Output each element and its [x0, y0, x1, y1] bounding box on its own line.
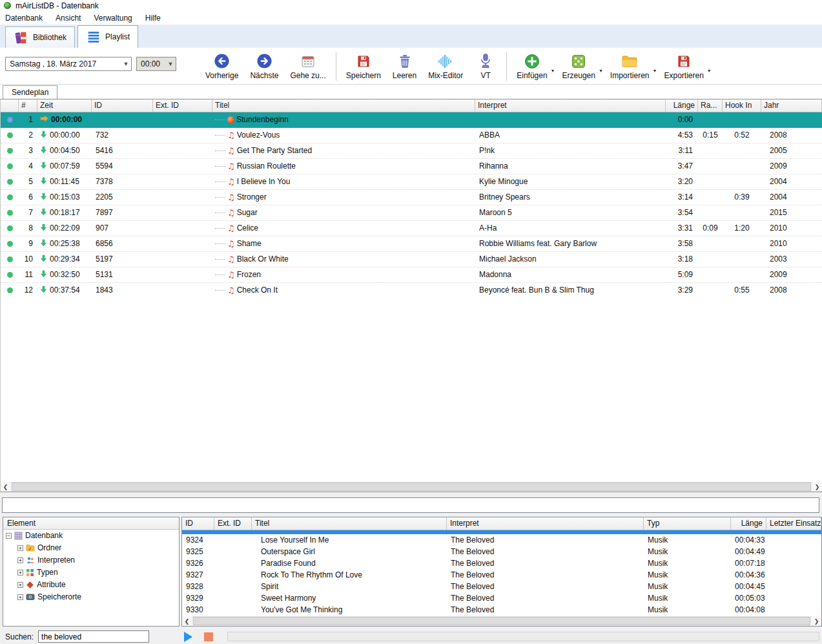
play-button[interactable]: [184, 632, 192, 642]
playlist-row[interactable]: 1000:29:345197♫Black Or WhiteMichael Jac…: [1, 252, 822, 267]
chevron-down-icon: ▼: [165, 61, 176, 67]
playlist-row[interactable]: 1100:32:505131♫FrozenMadonna5:092009: [1, 267, 822, 283]
library-row[interactable]: 9330You've Got Me ThinkingThe BelovedMus…: [182, 604, 821, 616]
scrollbar-thumb[interactable]: [193, 617, 810, 625]
expand-icon[interactable]: +: [17, 594, 23, 600]
library-header: IDExt. IDTitelInterpretTypLängeLetzter E…: [182, 517, 821, 530]
save-button[interactable]: Speichern: [340, 52, 387, 81]
library-row[interactable]: 9324Lose Yourself In MeThe BelovedMusik0…: [182, 534, 821, 546]
playlist-row[interactable]: 900:25:386856♫ShameRobbie Williams feat.…: [1, 236, 822, 252]
cell-zeit: 00:25:38: [37, 236, 92, 251]
toolbar: Samstag , 18. März 2017 ▼ 00:00 ▼ Vorher…: [0, 48, 822, 85]
playlist-row[interactable]: 500:11:457378♫I Believe In YouKylie Mino…: [1, 174, 822, 190]
insert-button[interactable]: Einfügen: [511, 52, 553, 81]
scroll-right-icon[interactable]: ❯: [812, 616, 821, 626]
cell-ext-id: [153, 267, 212, 282]
column-header-titel[interactable]: Titel: [212, 99, 475, 112]
playlist-row[interactable]: 200:00:00732♫Voulez-VousABBA4:530:150:52…: [1, 128, 822, 143]
library-horizontal-scrollbar[interactable]: ❮ ❯: [182, 616, 821, 626]
playlist-row[interactable]: 700:18:177897♫SugarMaroon 53:542015: [1, 205, 822, 221]
clear-button[interactable]: Leeren: [387, 52, 422, 81]
stop-button[interactable]: [204, 632, 213, 641]
import-button[interactable]: Importieren: [604, 52, 655, 81]
scrollbar-thumb[interactable]: [12, 483, 811, 491]
column-header-typ[interactable]: Typ: [644, 517, 731, 530]
generate-button[interactable]: Erzeugen: [557, 52, 601, 81]
export-dropdown-arrow-icon[interactable]: ▼: [707, 68, 712, 73]
column-header-ext-id[interactable]: Ext. ID: [214, 517, 252, 530]
library-row[interactable]: 9326Paradise FoundThe BelovedMusik00:07:…: [182, 557, 821, 569]
previous-hour-button[interactable]: Vorherige: [200, 52, 244, 81]
arrow-right-circle-icon: [256, 53, 272, 70]
info-field[interactable]: [2, 497, 819, 513]
scroll-right-icon[interactable]: ❯: [812, 482, 822, 492]
column-header-l-nge[interactable]: Länge: [666, 99, 698, 112]
playlist-row[interactable]: 300:04:505416♫Get The Party StartedP!nk3…: [1, 143, 822, 159]
column-header-l-nge[interactable]: Länge: [731, 517, 766, 530]
tree-item-interpreten[interactable]: +Interpreten: [3, 554, 179, 566]
cell-laenge: 3:54: [666, 205, 698, 220]
tree-item-datenbank[interactable]: −Datenbank: [3, 530, 179, 542]
column-header-interpret[interactable]: Interpret: [447, 517, 644, 530]
menu-hilfe[interactable]: Hilfe: [145, 12, 167, 24]
search-input[interactable]: [38, 630, 149, 643]
cell-number: 4: [19, 159, 37, 174]
scroll-left-icon[interactable]: ❮: [1, 482, 10, 492]
seek-bar[interactable]: [227, 632, 819, 641]
menu-ansicht[interactable]: Ansicht: [56, 12, 87, 24]
column-header-letzter-einsatz[interactable]: Letzter Einsatz: [766, 517, 821, 530]
tree-item-ordner[interactable]: +Ordner: [3, 542, 179, 554]
playlist-row[interactable]: 1200:37:541843♫Check On ItBeyoncé feat. …: [1, 283, 822, 297]
time-combobox[interactable]: 00:00 ▼: [136, 57, 176, 71]
voice-track-button[interactable]: VT: [469, 52, 502, 81]
expand-icon[interactable]: +: [17, 557, 23, 563]
expand-icon[interactable]: +: [17, 582, 23, 588]
tree-item-typen[interactable]: +Typen: [3, 566, 179, 579]
column-header-id[interactable]: ID: [92, 99, 153, 112]
cell-id: 2205: [92, 190, 153, 205]
menu-datenbank[interactable]: Datenbank: [5, 12, 49, 24]
state-dot-green: [7, 163, 13, 169]
tab-sendeplan[interactable]: Sendeplan: [3, 85, 57, 99]
zeit-value: 00:15:03: [50, 192, 80, 202]
scroll-left-icon[interactable]: ❮: [182, 616, 192, 626]
column-header--[interactable]: #: [19, 99, 37, 112]
next-hour-button[interactable]: Nächste: [244, 52, 284, 81]
goto-button[interactable]: Gehe zu...: [284, 52, 331, 81]
date-combobox[interactable]: Samstag , 18. März 2017 ▼: [5, 57, 132, 71]
library-row[interactable]: 9329Sweet HarmonyThe BelovedMusik00:05:0…: [182, 592, 821, 604]
tree-connector: [215, 151, 225, 151]
column-header-interpret[interactable]: Interpret: [475, 99, 666, 112]
import-dropdown-arrow-icon[interactable]: ▼: [653, 68, 657, 73]
collapse-icon[interactable]: −: [6, 533, 12, 539]
export-button[interactable]: Exportieren: [658, 52, 709, 81]
tree-item-speicherorte[interactable]: +Speicherorte: [3, 591, 179, 603]
tab-bibliothek[interactable]: Bibliothek: [5, 26, 75, 48]
column-header-titel[interactable]: Titel: [252, 517, 447, 530]
tree-item-attribute[interactable]: +Attribute: [3, 579, 179, 591]
column-header-jahr[interactable]: Jahr: [761, 99, 822, 112]
playlist-row[interactable]: 100:00:00Stundenbeginn0:00: [1, 112, 822, 128]
cell-id: 5131: [92, 267, 153, 282]
element-tree-header[interactable]: Element: [3, 517, 179, 530]
playlist-row[interactable]: 400:07:595594♫Russian RouletteRihanna3:4…: [1, 159, 822, 174]
column-header-ra-[interactable]: Ra...: [698, 99, 723, 112]
column-header-state[interactable]: [1, 99, 19, 112]
expand-icon[interactable]: +: [17, 545, 23, 551]
library-row[interactable]: 9327Rock To The Rhythm Of LoveThe Belove…: [182, 569, 821, 581]
library-row[interactable]: 9328SpiritThe BelovedMusik00:04:45: [182, 581, 821, 592]
column-header-ext-id[interactable]: Ext. ID: [153, 99, 212, 112]
column-header-zeit[interactable]: Zeit: [37, 99, 92, 112]
expand-icon[interactable]: +: [17, 570, 23, 576]
playlist-horizontal-scrollbar[interactable]: ❮ ❯: [1, 482, 822, 492]
tab-playlist[interactable]: Playlist: [77, 25, 138, 48]
library-row[interactable]: 9325Outerspace GirlThe BelovedMusik00:04…: [182, 546, 821, 557]
menu-verwaltung[interactable]: Verwaltung: [94, 12, 138, 24]
column-header-hook-in[interactable]: Hook In: [723, 99, 761, 112]
playlist-row[interactable]: 600:15:032205♫StrongerBritney Spears3:14…: [1, 190, 822, 205]
column-header-id[interactable]: ID: [182, 517, 214, 530]
generate-dropdown-arrow-icon[interactable]: ▼: [599, 68, 603, 73]
mix-editor-button[interactable]: Mix-Editor: [422, 52, 469, 81]
insert-dropdown-arrow-icon[interactable]: ▼: [551, 68, 555, 73]
playlist-row[interactable]: 800:22:09907♫CeliceA-Ha3:310:091:202010: [1, 221, 822, 236]
